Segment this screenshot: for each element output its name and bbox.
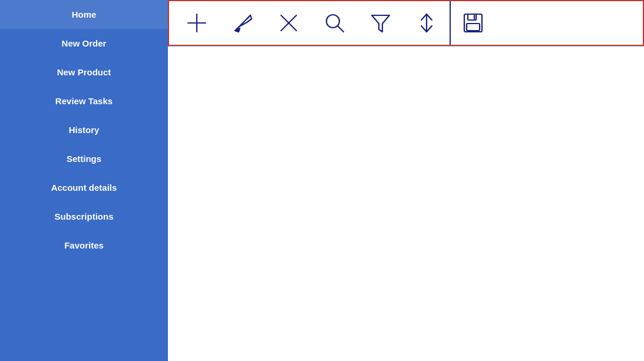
save-icon [461, 11, 486, 35]
sidebar-item-home[interactable]: Home [0, 0, 168, 29]
search-icon [322, 11, 347, 35]
sidebar-item-account-details[interactable]: Account details [0, 173, 168, 202]
add-button[interactable] [174, 1, 220, 45]
sidebar-item-review-tasks[interactable]: Review Tasks [0, 87, 168, 115]
sort-icon [414, 11, 439, 35]
sidebar-item-new-order[interactable]: New Order [0, 29, 168, 58]
sidebar-item-settings[interactable]: Settings [0, 144, 168, 173]
sidebar-item-new-product[interactable]: New Product [0, 58, 168, 87]
edit-button[interactable] [220, 1, 266, 45]
delete-button[interactable] [266, 1, 312, 45]
edit-icon [230, 11, 255, 35]
filter-icon [368, 11, 393, 35]
plus-icon [184, 11, 209, 35]
save-button[interactable] [450, 1, 496, 45]
toolbar [168, 0, 644, 46]
search-button[interactable] [312, 1, 358, 45]
content-area [168, 47, 644, 361]
sidebar: HomeNew OrderNew ProductReview TasksHist… [0, 0, 168, 361]
sidebar-item-history[interactable]: History [0, 115, 168, 144]
sort-button[interactable] [404, 1, 450, 45]
sidebar-item-favorites[interactable]: Favorites [0, 231, 168, 260]
svg-line-8 [338, 26, 344, 32]
svg-rect-12 [467, 24, 480, 31]
main-content [168, 0, 644, 361]
svg-line-3 [247, 15, 250, 19]
filter-button[interactable] [358, 1, 404, 45]
close-icon [276, 11, 301, 35]
sidebar-item-subscriptions[interactable]: Subscriptions [0, 202, 168, 231]
